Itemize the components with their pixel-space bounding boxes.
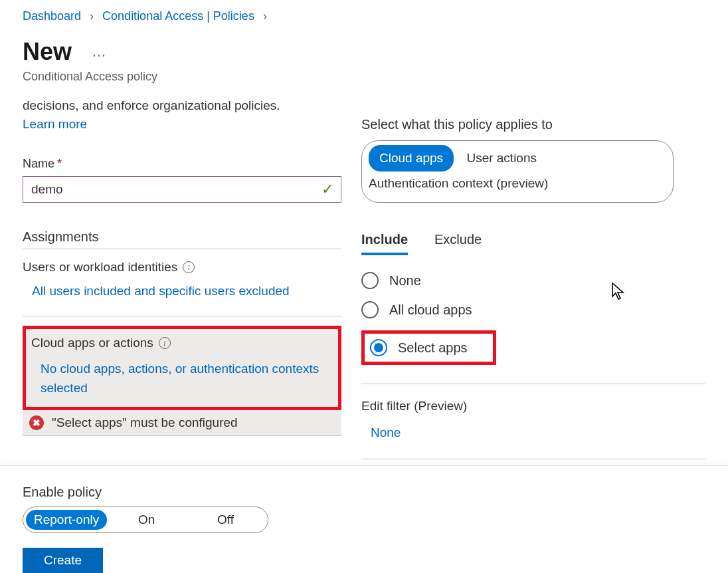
breadcrumb: Dashboard › Conditional Access | Policie… (23, 9, 705, 23)
applies-to-segmented: Cloud apps User actions Authentication c… (361, 140, 674, 203)
divider (361, 459, 705, 459)
name-input[interactable] (23, 176, 341, 203)
radio-select-label: Select apps (398, 340, 468, 356)
error-icon: ✖ (29, 415, 44, 430)
toggle-report-only[interactable]: Report-only (26, 510, 107, 530)
name-label: Name* (23, 157, 341, 171)
tab-include[interactable]: Include (361, 232, 408, 255)
validation-error: ✖ "Select apps" must be configured (23, 410, 341, 436)
edit-filter-label: Edit filter (Preview) (361, 399, 705, 413)
radio-icon (361, 272, 379, 289)
chevron-right-icon: › (90, 9, 94, 23)
radio-select-apps[interactable]: Select apps (361, 330, 496, 365)
divider (361, 384, 705, 384)
chevron-right-icon: › (263, 9, 267, 23)
assignments-header: Assignments (23, 229, 341, 249)
tab-exclude[interactable]: Exclude (434, 232, 482, 255)
error-text: "Select apps" must be configured (52, 415, 238, 430)
more-icon[interactable]: … (92, 43, 108, 60)
radio-icon (361, 301, 379, 318)
radio-all-cloud-apps[interactable]: All cloud apps (361, 301, 705, 318)
cloud-apps-value[interactable]: No cloud apps, actions, or authenticatio… (31, 360, 330, 398)
required-asterisk: * (57, 157, 62, 170)
seg-auth-context[interactable]: Authentication context (preview) (369, 176, 548, 190)
radio-all-label: All cloud apps (389, 302, 472, 318)
seg-cloud-apps[interactable]: Cloud apps (369, 145, 454, 172)
breadcrumb-conditional-access[interactable]: Conditional Access | Policies (102, 9, 254, 23)
learn-more-link[interactable]: Learn more (23, 117, 341, 132)
toggle-off[interactable]: Off (186, 510, 265, 530)
intro-text: decisions, and enforce organizational po… (23, 98, 341, 113)
cloud-apps-label: Cloud apps or actions (31, 336, 153, 350)
users-identities-value[interactable]: All users included and specific users ex… (23, 284, 341, 298)
users-identities-label: Users or workload identities (23, 260, 177, 275)
create-button[interactable]: Create (23, 548, 103, 573)
info-icon[interactable]: i (183, 261, 195, 273)
info-icon[interactable]: i (159, 337, 171, 349)
enable-policy-toggle: Report-only On Off (23, 507, 268, 533)
page-subtitle: Conditional Access policy (23, 70, 705, 84)
footer: Enable policy Report-only On Off Create (0, 465, 728, 573)
checkmark-icon: ✓ (321, 181, 333, 198)
enable-policy-label: Enable policy (23, 485, 705, 500)
breadcrumb-dashboard[interactable]: Dashboard (23, 9, 81, 23)
radio-none[interactable]: None (361, 272, 705, 289)
radio-icon (370, 339, 387, 356)
applies-to-label: Select what this policy applies to (361, 117, 705, 132)
page-title: New (23, 38, 72, 66)
radio-none-label: None (389, 273, 421, 288)
cloud-apps-block[interactable]: Cloud apps or actions i No cloud apps, a… (23, 326, 341, 410)
edit-filter-value[interactable]: None (361, 425, 705, 440)
toggle-on[interactable]: On (107, 510, 186, 530)
seg-user-actions[interactable]: User actions (466, 151, 537, 165)
